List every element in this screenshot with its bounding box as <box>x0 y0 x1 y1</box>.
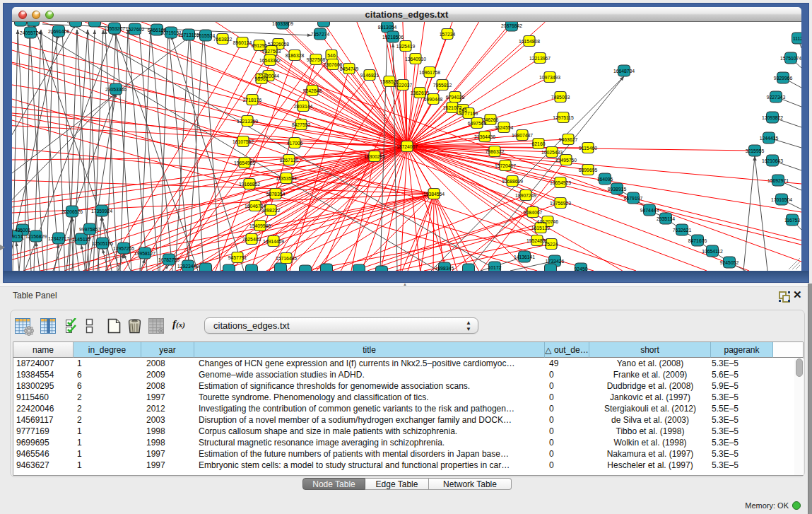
svg-text:3498222: 3498222 <box>261 208 281 213</box>
svg-text:10025433: 10025433 <box>541 150 563 155</box>
svg-text:16210643: 16210643 <box>762 158 783 163</box>
svg-text:10973493: 10973493 <box>539 75 560 80</box>
svg-text:6899695: 6899695 <box>579 168 598 173</box>
svg-text:9463627: 9463627 <box>559 137 578 142</box>
svg-text:19756923: 19756923 <box>550 201 571 206</box>
svg-text:1244415: 1244415 <box>760 136 779 141</box>
svg-text:19384554: 19384554 <box>423 192 445 197</box>
svg-text:9777169: 9777169 <box>459 111 478 116</box>
svg-text:1733426: 1733426 <box>546 259 565 264</box>
svg-text:12342717: 12342717 <box>48 236 69 241</box>
svg-text:16543382: 16543382 <box>259 58 281 63</box>
svg-text:2803144: 2803144 <box>294 104 313 109</box>
svg-text:7625402: 7625402 <box>242 237 261 242</box>
svg-text:6990448: 6990448 <box>424 97 443 102</box>
svg-text:10120746: 10120746 <box>537 219 558 224</box>
svg-text:17359924: 17359924 <box>91 209 112 214</box>
svg-text:9327508: 9327508 <box>307 57 326 62</box>
svg-text:9115460: 9115460 <box>579 146 597 151</box>
svg-text:10654923: 10654923 <box>550 180 571 185</box>
svg-text:12923448: 12923448 <box>177 264 199 269</box>
svg-text:18300295: 18300295 <box>364 154 385 159</box>
svg-text:1112: 1112 <box>793 36 801 41</box>
svg-text:9146821: 9146821 <box>360 73 379 78</box>
svg-text:19218506: 19218506 <box>382 35 404 40</box>
svg-text:19654985: 19654985 <box>234 160 255 165</box>
svg-text:18907249: 18907249 <box>515 193 536 198</box>
svg-text:417006: 417006 <box>287 141 303 146</box>
svg-text:5322037: 5322037 <box>394 83 413 88</box>
svg-text:3624554: 3624554 <box>495 125 514 130</box>
svg-text:16782759: 16782759 <box>158 257 180 262</box>
svg-text:8427552: 8427552 <box>292 122 311 127</box>
svg-text:15409948: 15409948 <box>249 223 271 228</box>
svg-text:546: 546 <box>327 53 336 58</box>
svg-text:1145110: 1145110 <box>72 237 90 242</box>
svg-text:12975115: 12975115 <box>553 115 574 120</box>
svg-text:435001: 435001 <box>15 228 31 233</box>
svg-text:62160: 62160 <box>532 141 546 146</box>
svg-text:12156829: 12156829 <box>25 234 47 239</box>
svg-text:25224: 25224 <box>545 242 558 247</box>
svg-text:10688609: 10688609 <box>502 179 523 184</box>
svg-text:10654112: 10654112 <box>702 249 723 254</box>
svg-text:12213369: 12213369 <box>237 119 258 124</box>
svg-text:12093872: 12093872 <box>762 115 783 120</box>
svg-text:7357274: 7357274 <box>311 32 330 37</box>
svg-text:7515524: 7515524 <box>196 33 216 38</box>
svg-text:157234: 157234 <box>440 32 456 37</box>
svg-text:8267130: 8267130 <box>280 158 299 163</box>
svg-text:21364436: 21364436 <box>474 134 495 139</box>
svg-text:3215955: 3215955 <box>746 148 765 153</box>
svg-text:8454749: 8454749 <box>340 66 359 71</box>
svg-text:8813054: 8813054 <box>378 25 397 30</box>
svg-text:116753: 116753 <box>784 218 800 223</box>
svg-text:9474444: 9474444 <box>640 208 659 213</box>
svg-text:746266: 746266 <box>483 117 499 122</box>
svg-text:1527602: 1527602 <box>126 27 145 32</box>
svg-text:7485003: 7485003 <box>551 95 570 100</box>
svg-text:16648784: 16648784 <box>613 69 635 74</box>
svg-text:1362615: 1362615 <box>411 90 430 95</box>
svg-text:7663822: 7663822 <box>213 37 233 42</box>
svg-text:20691406: 20691406 <box>48 29 69 34</box>
svg-text:16033809: 16033809 <box>272 22 293 26</box>
svg-text:2935114: 2935114 <box>657 216 675 221</box>
svg-text:10553267: 10553267 <box>104 26 125 31</box>
svg-text:6794028: 6794028 <box>446 95 465 100</box>
svg-text:12505135: 12505135 <box>92 241 113 246</box>
svg-text:16154808: 16154808 <box>519 39 540 44</box>
svg-text:10807487: 10807487 <box>512 133 533 138</box>
svg-text:9242848: 9242848 <box>303 88 322 93</box>
svg-text:9457791: 9457791 <box>228 255 247 260</box>
svg-text:7955812: 7955812 <box>433 83 452 88</box>
svg-text:39151: 39151 <box>12 234 23 239</box>
svg-text:8186328: 8186328 <box>286 53 305 58</box>
svg-text:1615132: 1615132 <box>531 226 551 230</box>
svg-text:19166852: 19166852 <box>239 182 260 187</box>
svg-text:9245052: 9245052 <box>720 260 739 265</box>
svg-text:1325419: 1325419 <box>396 44 416 49</box>
svg-text:13640910: 13640910 <box>405 57 426 62</box>
svg-text:53226058: 53226058 <box>268 42 289 47</box>
svg-text:24055724: 24055724 <box>20 30 41 35</box>
svg-text:15692971: 15692971 <box>767 178 789 183</box>
svg-text:7986322: 7986322 <box>486 149 505 154</box>
svg-text:8471676: 8471676 <box>688 238 707 243</box>
svg-text:9227343: 9227343 <box>767 95 786 100</box>
svg-text:17957255: 17957255 <box>113 246 134 251</box>
svg-text:5878354: 5878354 <box>266 192 286 197</box>
svg-text:9084067: 9084067 <box>524 210 543 215</box>
svg-text:9327503: 9327503 <box>262 49 281 54</box>
svg-text:10172: 10172 <box>488 265 502 270</box>
svg-text:12213967: 12213967 <box>529 56 551 61</box>
svg-text:9329966: 9329966 <box>774 76 793 81</box>
svg-text:2718176: 2718176 <box>243 98 262 103</box>
svg-text:15716485: 15716485 <box>276 256 297 261</box>
svg-text:15720407: 15720407 <box>495 163 516 168</box>
svg-text:164095: 164095 <box>597 177 613 182</box>
svg-text:15751074: 15751074 <box>780 56 801 61</box>
svg-text:7632621: 7632621 <box>673 228 692 233</box>
svg-text:14914459: 14914459 <box>263 239 284 244</box>
svg-text:17016504: 17016504 <box>771 197 792 202</box>
